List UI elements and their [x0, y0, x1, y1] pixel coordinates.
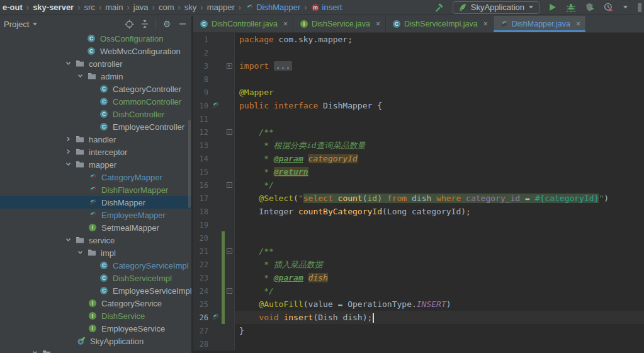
tree-item-handler[interactable]: handler — [0, 133, 191, 146]
fold-minus-icon[interactable]: − — [227, 129, 232, 135]
chevron-right-icon[interactable] — [65, 136, 72, 143]
project-view-selector[interactable]: Project — [4, 20, 38, 29]
breadcrumb-item-sky[interactable]: sky — [184, 3, 197, 12]
tree-item-categoryservice[interactable]: ICategoryService — [0, 297, 191, 310]
tree-item-service[interactable]: service — [0, 234, 191, 246]
code-editor[interactable]: 1package com.sky.mapper;23+import ...89@… — [193, 33, 644, 353]
chevron-down-icon[interactable] — [65, 161, 72, 168]
tab-dishservice-java[interactable]: IDishService.java× — [293, 16, 386, 32]
code-line-26[interactable]: 26 void insert(Dish dish); — [193, 311, 644, 324]
chevron-down-icon[interactable] — [77, 249, 84, 257]
breadcrumb-item-mapper[interactable]: mapper — [207, 3, 235, 12]
collapse-all-button[interactable] — [140, 19, 150, 29]
close-icon[interactable]: × — [376, 20, 380, 28]
breadcrumb-item-sky-server[interactable]: sky-server — [33, 3, 74, 12]
code-line-3[interactable]: 3+import ... — [193, 59, 644, 72]
tree-item-skyapplication[interactable]: SkyApplication — [0, 335, 191, 347]
close-icon[interactable]: × — [483, 20, 488, 28]
profiler-button[interactable] — [602, 1, 615, 14]
project-scrollbar[interactable] — [188, 120, 191, 208]
breadcrumb-item-src[interactable]: src — [84, 3, 95, 12]
breadcrumb-item-main[interactable]: main — [105, 3, 123, 12]
tree-item-partial[interactable] — [0, 347, 191, 353]
tree-item-dishflavormapper[interactable]: DishFlavorMapper — [0, 183, 191, 196]
tree-item-categorymapper[interactable]: CategoryMapper — [0, 171, 191, 183]
tab-dishmapper-java[interactable]: DishMapper.java× — [494, 16, 586, 32]
code-line-20[interactable]: 20 — [193, 231, 644, 245]
code-line-24[interactable]: 24− */ — [193, 284, 644, 298]
fold-end-icon[interactable]: − — [227, 182, 232, 188]
tree-item-mapper[interactable]: mapper — [0, 158, 191, 171]
code-line-16[interactable]: 16− */ — [193, 178, 644, 192]
hide-panel-button[interactable] — [178, 19, 188, 29]
tree-item-dishcontroller[interactable]: CDishController — [0, 108, 191, 120]
chevron-down-icon[interactable] — [65, 236, 72, 244]
tree-item-categorycontroller[interactable]: CCategoryController — [0, 83, 191, 95]
build-hammer-button[interactable] — [434, 1, 446, 14]
code-line-25[interactable]: 25 @AutoFill(value = OperationType.INSER… — [193, 298, 644, 311]
chevron-down-icon[interactable] — [77, 72, 84, 80]
chevron-right-icon[interactable] — [65, 148, 72, 156]
tree-item-admin[interactable]: admin — [0, 70, 191, 83]
tree-item-webmvcconfiguration[interactable]: CWebMvcConfiguration — [0, 45, 191, 57]
folded-imports-chip[interactable]: ... — [274, 61, 292, 71]
tree-item-setmealmapper[interactable]: ISetmealMapper — [0, 221, 191, 234]
code-line-1[interactable]: 1package com.sky.mapper; — [193, 33, 644, 46]
tree-item-categoryserviceimpl[interactable]: CCategoryServiceImpl — [0, 259, 191, 272]
code-line-10[interactable]: 10public interface DishMapper { — [193, 99, 644, 112]
tab-dishserviceimpl-java[interactable]: CDishServiceImpl.java× — [386, 16, 494, 32]
code-segment: countByCategoryId — [298, 207, 382, 216]
tree-item-employeeservice[interactable]: IEmployeeService — [0, 322, 191, 335]
code-line-28[interactable]: 28 — [193, 337, 644, 350]
mybatis-gutter-icon[interactable] — [210, 101, 221, 110]
tree-item-employeecontroller[interactable]: CEmployeeController — [0, 120, 191, 133]
code-line-18[interactable]: 18 Integer countByCategoryId(Long catego… — [193, 205, 644, 218]
chevron-down-icon[interactable] — [65, 60, 72, 67]
code-line-19[interactable]: 19 — [193, 218, 644, 231]
code-line-2[interactable]: 2 — [193, 46, 644, 59]
code-line-22[interactable]: 22 * 插入菜品数据 — [193, 258, 644, 271]
tree-item-controller[interactable]: controller — [0, 57, 191, 70]
debug-button[interactable] — [565, 1, 577, 14]
code-line-12[interactable]: 12− /** — [193, 125, 644, 139]
breadcrumb-item-com[interactable]: com — [159, 3, 174, 12]
code-line-14[interactable]: 14 * @param categoryId — [193, 152, 644, 165]
code-line-15[interactable]: 15 * @return — [193, 165, 644, 178]
profiler-dropdown-button[interactable] — [621, 1, 629, 14]
tree-item-dishservice[interactable]: IDishService — [0, 310, 191, 322]
run-button[interactable] — [546, 1, 558, 14]
code-line-11[interactable]: 11 — [193, 112, 644, 125]
fold-end-icon[interactable]: − — [227, 288, 232, 294]
tab-dishcontroller-java[interactable]: CDishController.java× — [193, 16, 293, 32]
code-line-9[interactable]: 9@Mapper — [193, 86, 644, 99]
breadcrumb-item-insert[interactable]: minsert — [311, 3, 342, 12]
breadcrumb-item-java[interactable]: java — [133, 3, 149, 12]
code-line-8[interactable]: 8 — [193, 72, 644, 86]
tree-item-ossconfiguration[interactable]: COssConfiguration — [0, 32, 191, 45]
tree-item-impl[interactable]: impl — [0, 246, 191, 259]
code-line-23[interactable]: 23 * @param dish — [193, 271, 644, 284]
tree-item-employeeserviceimpl[interactable]: CEmployeeServiceImpl — [0, 284, 191, 297]
tree-item-dishmapper[interactable]: DishMapper — [0, 196, 191, 209]
code-line-27[interactable]: 27} — [193, 324, 644, 337]
fold-minus-icon[interactable]: − — [227, 248, 232, 254]
breadcrumb-item-dishmapper[interactable]: DishMapper — [245, 3, 300, 12]
panel-settings-button[interactable]: ⚙ — [162, 19, 172, 29]
code-line-13[interactable]: 13 * 根据分类id查询菜品数量 — [193, 139, 644, 152]
run-configuration-selector[interactable]: SkyApplication — [453, 1, 539, 14]
tree-item-dishserviceimpl[interactable]: CDishServiceImpl — [0, 272, 191, 284]
fold-plus-icon[interactable]: + — [227, 63, 232, 69]
locate-file-button[interactable] — [124, 19, 134, 29]
breadcrumb-item-e-out[interactable]: e-out — [3, 3, 23, 12]
tree-item-employeemapper[interactable]: EmployeeMapper — [0, 209, 191, 221]
tree-item-commoncontroller[interactable]: CCommonController — [0, 95, 191, 108]
mybatis-gutter-icon[interactable] — [210, 313, 221, 322]
run-with-coverage-button[interactable] — [584, 1, 596, 14]
code-line-21[interactable]: 21− /** — [193, 245, 644, 258]
close-icon[interactable]: × — [283, 20, 288, 28]
close-icon[interactable]: × — [576, 20, 580, 28]
code-line-text: @AutoFill(value = OperationType.INSERT) — [235, 298, 644, 311]
code-line-17[interactable]: 17 @Select("select count(id) from dish w… — [193, 192, 644, 205]
tree-item-interceptor[interactable]: interceptor — [0, 146, 191, 158]
chevron-down-icon[interactable] — [31, 349, 39, 353]
